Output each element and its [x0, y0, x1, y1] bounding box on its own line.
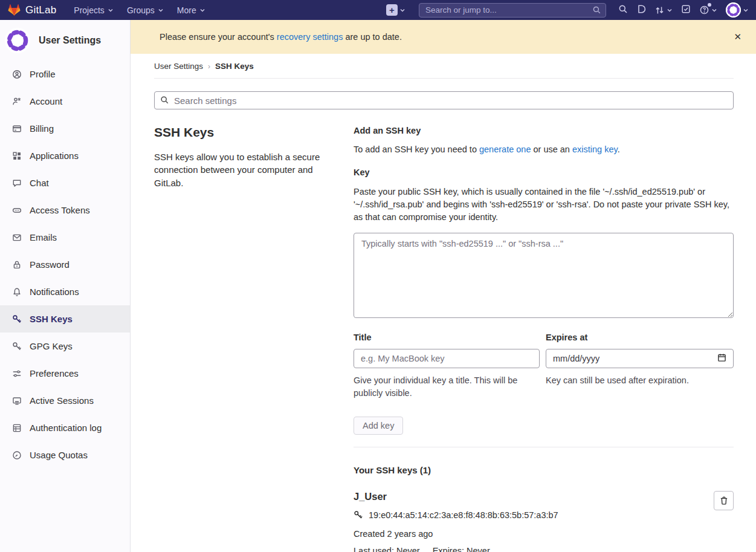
search-icon	[592, 5, 601, 17]
sidebar-item-preferences[interactable]: Preferences	[0, 360, 130, 387]
help-menu-button[interactable]	[699, 5, 717, 15]
form-intro: To add an SSH key you need to generate o…	[354, 144, 734, 154]
settings-search	[154, 91, 734, 109]
recovery-settings-link[interactable]: recovery settings	[277, 32, 343, 42]
breadcrumb-parent[interactable]: User Settings	[154, 62, 203, 71]
access-tokens-icon	[12, 206, 22, 215]
add-key-button[interactable]: Add key	[354, 417, 403, 435]
chevron-down-icon	[399, 7, 405, 13]
sidebar-item-billing[interactable]: Billing	[0, 115, 130, 142]
key-label: Key	[354, 167, 734, 177]
chevron-down-icon	[158, 7, 164, 13]
billing-icon	[12, 124, 22, 134]
gitlab-logo[interactable]: GitLab	[7, 3, 56, 17]
merge-requests-button[interactable]	[654, 5, 673, 15]
sidebar-item-gpg-keys[interactable]: GPG Keys	[0, 333, 130, 360]
chevron-down-icon	[711, 7, 717, 13]
issues-icon[interactable]	[636, 4, 646, 16]
key-last-used: Last used: Never	[354, 546, 420, 552]
alert-text: Please ensure your account's recovery se…	[160, 32, 402, 42]
avatar	[726, 2, 741, 18]
chat-icon	[12, 178, 22, 188]
expires-label: Expires at	[546, 333, 734, 342]
menu-projects[interactable]: Projects	[67, 0, 120, 20]
top-navbar: GitLab Projects Groups More +	[0, 0, 756, 20]
sidebar-item-authentication-log[interactable]: Authentication log	[0, 414, 130, 441]
password-icon	[12, 260, 22, 270]
sidebar-item-emails[interactable]: Emails	[0, 224, 130, 251]
profile-icon	[12, 70, 22, 79]
delete-key-button[interactable]	[714, 491, 734, 510]
section-intro: SSH Keys SSH keys allow you to establish…	[154, 119, 335, 552]
account-icon	[12, 97, 22, 106]
sidebar-item-ssh-keys[interactable]: SSH Keys	[0, 305, 130, 333]
expires-hint: Key can still be used after expiration.	[546, 374, 734, 387]
applications-icon	[12, 151, 22, 161]
plus-icon: +	[386, 4, 398, 16]
sidebar-item-access-tokens[interactable]: Access Tokens	[0, 196, 130, 224]
authentication-log-icon	[12, 423, 22, 433]
sidebar-item-profile[interactable]: Profile	[0, 60, 130, 88]
section-divider	[354, 447, 734, 447]
sidebar-item-password[interactable]: Password	[0, 251, 130, 278]
sidebar-item-chat[interactable]: Chat	[0, 169, 130, 196]
expires-date-input[interactable]: mm/dd/yyyy	[546, 349, 734, 368]
main-menu: Projects Groups More	[67, 0, 212, 20]
sidebar-item-usage-quotas[interactable]: Usage Quotas	[0, 441, 130, 469]
notifications-icon	[12, 287, 22, 297]
chevron-down-icon	[743, 7, 749, 13]
merge-request-icon	[654, 5, 665, 15]
ssh-key-list-item: J_User 19:e0:44:a5:14:c2:3a:e8:f8:48:8b:…	[354, 491, 734, 552]
navbar-right: +	[386, 2, 749, 18]
chevron-down-icon	[108, 7, 114, 13]
key-textarea[interactable]	[354, 233, 734, 318]
key-icon	[354, 510, 363, 520]
chevron-down-icon	[199, 7, 205, 13]
generate-one-link[interactable]: generate one	[479, 144, 531, 154]
search-icon	[160, 96, 169, 107]
sidebar-title: User Settings	[39, 35, 101, 46]
brand-name: GitLab	[25, 4, 56, 16]
sidebar-item-active-sessions[interactable]: Active Sessions	[0, 387, 130, 414]
active-sessions-icon	[12, 396, 22, 406]
settings-search-input[interactable]	[154, 91, 734, 109]
chevron-down-icon	[667, 7, 673, 13]
avatar	[5, 28, 30, 53]
content: SSH Keys SSH keys allow you to establish…	[131, 79, 756, 552]
usage-quotas-icon	[12, 450, 22, 460]
alert-banner: Please ensure your account's recovery se…	[131, 20, 756, 54]
gpg-keys-icon	[12, 342, 22, 351]
settings-sidebar: User Settings Profile Account Billing Ap…	[0, 20, 131, 552]
title-label: Title	[354, 333, 540, 342]
sidebar-item-applications[interactable]: Applications	[0, 142, 130, 169]
calendar-icon[interactable]	[717, 353, 726, 364]
breadcrumb-current: SSH Keys	[215, 62, 254, 71]
new-menu-button[interactable]: +	[386, 4, 405, 16]
user-menu-button[interactable]	[726, 2, 749, 18]
existing-key-link[interactable]: existing key	[572, 144, 618, 154]
main-area: Please ensure your account's recovery se…	[131, 0, 756, 552]
sidebar-item-account[interactable]: Account	[0, 88, 130, 115]
ssh-key-form: Add an SSH key To add an SSH key you nee…	[354, 119, 734, 552]
expires-field: Expires at mm/dd/yyyy Key can still be u…	[546, 333, 734, 400]
preferences-icon	[12, 369, 22, 378]
key-name[interactable]: J_User	[354, 491, 714, 502]
title-input[interactable]	[354, 349, 540, 368]
menu-groups[interactable]: Groups	[120, 0, 170, 20]
page-description: SSH keys allow you to establish a secure…	[154, 151, 335, 189]
key-created: Created 2 years ago	[354, 529, 714, 539]
title-hint: Give your individual key a title. This w…	[354, 374, 540, 400]
global-search-input[interactable]	[419, 3, 606, 18]
todos-icon[interactable]	[681, 4, 691, 16]
key-expires: Expires: Never	[433, 546, 490, 552]
global-search	[419, 3, 606, 18]
keys-list-heading: Your SSH keys (1)	[354, 465, 734, 475]
sidebar-item-notifications[interactable]: Notifications	[0, 278, 130, 305]
search-shortcut-icon[interactable]	[618, 4, 628, 16]
breadcrumb: User Settings › SSH Keys	[154, 54, 734, 79]
key-usage: Last used: Never Expires: Never	[354, 546, 714, 552]
title-field: Title Give your individual key a title. …	[354, 333, 540, 400]
sidebar-header: User Settings	[0, 20, 130, 57]
menu-more[interactable]: More	[170, 0, 212, 20]
close-icon[interactable]: ✕	[730, 31, 745, 43]
